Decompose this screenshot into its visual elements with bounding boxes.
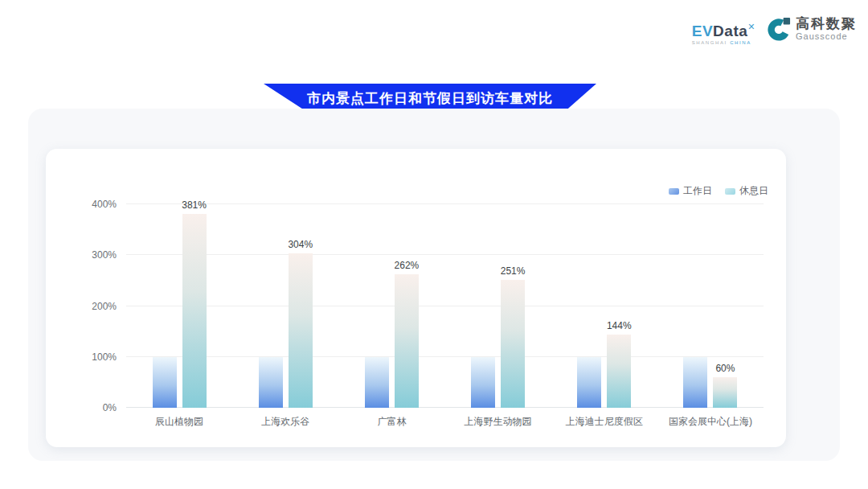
chart-legend: 工作日 休息日 xyxy=(669,184,768,198)
y-axis-tick-label: 400% xyxy=(80,199,117,210)
bar-value-label: 262% xyxy=(395,260,420,271)
y-axis-tick-label: 300% xyxy=(80,249,117,261)
legend-swatch-workday-icon xyxy=(669,188,679,195)
bar-休息日: 381% xyxy=(182,214,207,408)
evdata-x-icon: ✕ xyxy=(747,22,755,31)
legend-swatch-restday-icon xyxy=(725,188,735,195)
gausscode-logo: 高科数聚 Gausscode xyxy=(767,16,857,41)
evdata-subtext: SHANGHAI CHINA xyxy=(692,40,751,45)
bar-工作日 xyxy=(471,357,495,408)
bar-工作日 xyxy=(259,357,283,408)
bar-value-label: 144% xyxy=(607,320,632,331)
evdata-subtext-left: SHANGHAI xyxy=(692,40,727,45)
bar-工作日 xyxy=(153,357,177,408)
bar-工作日 xyxy=(577,357,601,408)
content-panel: 工作日 休息日 0%100%200%300%400%381%辰山植物园304%上… xyxy=(28,109,840,461)
legend-item-restday[interactable]: 休息日 xyxy=(725,184,768,198)
header-logos: EVData✕ SHANGHAI CHINA 高科数聚 Gausscode xyxy=(692,16,857,45)
bar-工作日 xyxy=(365,357,389,408)
gausscode-text: 高科数聚 Gausscode xyxy=(796,16,857,41)
bar-value-label: 304% xyxy=(288,239,313,250)
evdata-ev-text: EV xyxy=(692,23,713,39)
legend-label-workday: 工作日 xyxy=(683,184,712,198)
bar-group: 251%上海野生动物园 xyxy=(445,204,551,408)
bar-group: 144%上海迪士尼度假区 xyxy=(551,204,657,408)
x-axis-category-label: 广富林 xyxy=(338,415,444,429)
x-axis-category-label: 辰山植物园 xyxy=(126,415,232,429)
bar-group: 381%辰山植物园 xyxy=(126,204,232,408)
y-axis-tick-label: 100% xyxy=(80,351,117,363)
evdata-subtext-right: CHINA xyxy=(730,40,751,45)
x-axis-category-label: 上海迪士尼度假区 xyxy=(551,415,657,429)
bar-value-label: 381% xyxy=(182,199,207,211)
bar-group: 304%上海欢乐谷 xyxy=(232,204,338,408)
bar-休息日: 251% xyxy=(501,280,525,408)
y-axis-tick-label: 200% xyxy=(80,301,117,312)
bar-value-label: 60% xyxy=(715,363,735,374)
legend-item-workday[interactable]: 工作日 xyxy=(669,184,712,198)
gausscode-cn-name: 高科数聚 xyxy=(796,16,857,31)
chart-card: 工作日 休息日 0%100%200%300%400%381%辰山植物园304%上… xyxy=(46,149,786,447)
bar-group: 60%国家会展中心(上海) xyxy=(657,204,764,408)
x-axis-category-label: 上海野生动物园 xyxy=(445,415,551,429)
bar-休息日: 144% xyxy=(607,335,631,408)
x-axis-category-label: 上海欢乐谷 xyxy=(232,415,338,429)
evdata-data-text: Data xyxy=(713,23,747,39)
bar-value-label: 251% xyxy=(501,265,526,277)
x-axis-category-label: 国家会展中心(上海) xyxy=(657,415,764,429)
bar-groups: 381%辰山植物园304%上海欢乐谷262%广富林251%上海野生动物园144%… xyxy=(126,204,764,408)
bar-group: 262%广富林 xyxy=(338,204,444,408)
bar-chart: 0%100%200%300%400%381%辰山植物园304%上海欢乐谷262%… xyxy=(126,204,764,408)
evdata-wordmark: EVData✕ xyxy=(692,19,755,39)
page-title: 市内景点工作日和节假日到访车量对比 xyxy=(307,89,553,108)
evdata-logo: EVData✕ SHANGHAI CHINA xyxy=(692,19,755,45)
bar-工作日 xyxy=(683,357,707,408)
bar-休息日: 262% xyxy=(395,274,419,408)
gausscode-en-name: Gausscode xyxy=(796,31,857,41)
gausscode-icon xyxy=(767,17,791,41)
bar-休息日: 304% xyxy=(289,253,313,408)
y-axis-tick-label: 0% xyxy=(80,402,117,413)
legend-label-restday: 休息日 xyxy=(739,184,768,198)
bar-休息日: 60% xyxy=(713,377,737,408)
